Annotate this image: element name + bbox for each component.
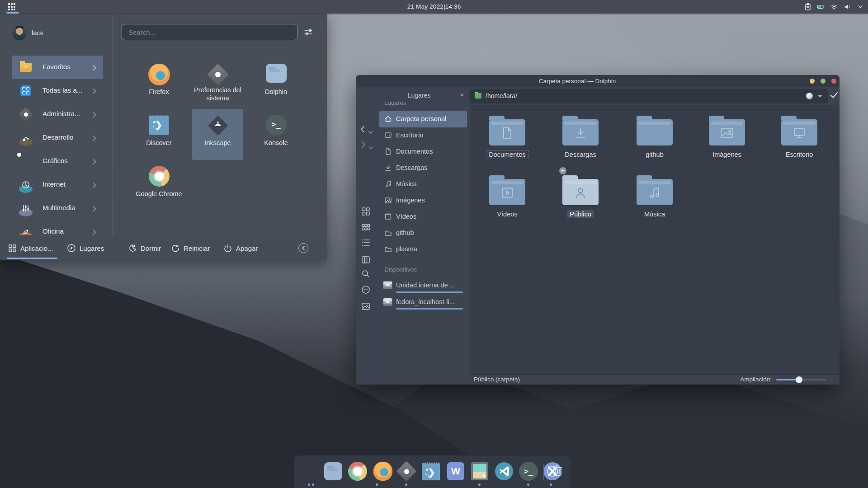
back-button[interactable] — [359, 126, 367, 135]
restart-button[interactable]: Reiniciar — [171, 235, 210, 260]
launcher-active-indicator — [6, 12, 19, 14]
place-escritorio[interactable]: Escritorio — [379, 127, 467, 144]
tab-aplicaciones[interactable]: Aplicacio... — [8, 235, 53, 260]
maximize-button[interactable] — [821, 79, 826, 84]
app-firefox[interactable]: Firefox — [133, 58, 184, 109]
sidebar-item-desarrollo[interactable]: Desarrollo — [0, 126, 112, 150]
place-documentos[interactable]: Documentos — [379, 144, 467, 160]
dock-firefox[interactable] — [373, 462, 392, 481]
app-inkscape[interactable]: Inkscape — [192, 109, 243, 160]
location-bar[interactable]: /home/lara/ — [469, 89, 828, 103]
search-icon[interactable] — [361, 269, 370, 280]
more-options-icon[interactable] — [361, 285, 370, 296]
place-imagenes[interactable]: Imágenes — [379, 192, 467, 209]
dock-divider — [543, 464, 544, 480]
app-konsole[interactable]: Konsole — [250, 109, 302, 160]
dock-konsole[interactable] — [519, 462, 538, 481]
folder-videos[interactable]: Vídeos — [473, 174, 541, 218]
shutdown-button[interactable]: Apagar — [223, 235, 258, 260]
app-discover[interactable]: Discover — [133, 109, 184, 160]
sidebar-item-multimedia[interactable]: Multimedia — [0, 197, 112, 220]
top-panel: 21 May 2022|14:36 — [0, 0, 868, 14]
dock-system-settings[interactable] — [397, 462, 416, 481]
compact-view-icon[interactable] — [361, 223, 370, 234]
device-unidad-interna[interactable]: Unidad interna de ... — [379, 277, 467, 295]
collapse-button[interactable] — [298, 243, 308, 253]
running-indicator — [478, 483, 481, 486]
folder-view[interactable]: Documentos Descargas github Imágenes Esc… — [470, 105, 840, 374]
internet-icon — [19, 178, 33, 192]
sidebar-item-todas-las-aplicaciones[interactable]: Todas las a... — [0, 79, 112, 103]
place-musica[interactable]: Música — [379, 176, 467, 192]
dock-writer-app[interactable]: W — [446, 462, 465, 481]
folder-imagenes[interactable]: Imágenes — [693, 115, 761, 158]
tab-lugares[interactable]: Lugares — [67, 235, 104, 260]
place-plasma[interactable]: plasma — [379, 241, 467, 258]
zoom-slider[interactable] — [776, 379, 827, 380]
chevron-right-icon — [92, 135, 97, 143]
panel-clock[interactable]: 21 May 2022|14:36 — [407, 0, 461, 14]
dock-trash[interactable] — [548, 462, 567, 481]
place-descargas[interactable]: Descargas — [379, 160, 467, 176]
dock-chrome[interactable] — [348, 462, 367, 481]
dock-dolphin[interactable] — [324, 462, 343, 481]
folder-musica[interactable]: Música — [621, 174, 689, 218]
accept-icon[interactable] — [830, 91, 838, 100]
folder-publico[interactable]: + Público — [547, 174, 614, 218]
chevron-down-icon[interactable] — [856, 3, 864, 11]
wifi-icon[interactable] — [830, 3, 838, 11]
document-icon — [384, 148, 392, 157]
dock-vscode[interactable] — [495, 462, 514, 481]
back-dropdown-icon[interactable] — [368, 128, 373, 136]
minimize-button[interactable] — [810, 79, 815, 84]
chevron-right-icon — [92, 65, 97, 73]
vscode-icon — [495, 462, 513, 480]
globe-icon[interactable] — [806, 93, 813, 99]
search-options-icon[interactable] — [303, 27, 314, 38]
dock-discover[interactable] — [421, 462, 440, 481]
folder-documentos[interactable]: Documentos — [473, 115, 541, 158]
battery-icon[interactable] — [817, 3, 825, 11]
gwenview-icon — [471, 462, 488, 480]
window-titlebar[interactable]: Carpeta personal — Dolphin — [356, 75, 840, 87]
development-icon — [19, 131, 33, 145]
sidebar-item-favoritos[interactable]: ☆ Favoritos — [0, 56, 112, 79]
dock-gwenview[interactable] — [470, 462, 489, 481]
close-panel-icon[interactable]: × — [458, 91, 466, 99]
details-view-icon[interactable] — [361, 238, 370, 249]
zoom-slider-knob[interactable] — [796, 376, 802, 383]
app-preferencias-del-sistema[interactable]: Preferencias del sistema — [192, 58, 243, 109]
sidebar-item-administracion[interactable]: Administra... — [0, 103, 112, 126]
close-button[interactable] — [831, 79, 836, 84]
place-videos[interactable]: Vídeos — [379, 209, 467, 225]
icons-view-icon[interactable] — [361, 207, 370, 218]
sidebar-item-internet[interactable]: Internet — [0, 173, 112, 197]
app-launcher-button[interactable] — [5, 0, 21, 14]
forward-dropdown-icon[interactable] — [368, 143, 373, 151]
folder-escritorio[interactable]: Escritorio — [765, 115, 833, 158]
harddrive-icon — [383, 281, 392, 289]
place-carpeta-personal[interactable]: Carpeta personal — [379, 111, 467, 127]
app-google-chrome[interactable]: Google Chrome — [133, 160, 184, 211]
launcher-divider — [112, 14, 113, 235]
download-icon — [384, 164, 392, 174]
search-input[interactable] — [122, 24, 297, 40]
volume-icon[interactable] — [843, 3, 851, 11]
preview-image-icon[interactable] — [361, 302, 370, 313]
place-github[interactable]: github — [379, 225, 467, 241]
user-avatar[interactable] — [12, 26, 27, 40]
forward-button[interactable] — [359, 141, 367, 150]
app-dolphin[interactable]: Dolphin — [250, 58, 302, 109]
clipboard-icon[interactable] — [804, 3, 812, 11]
sleep-button[interactable]: Dormir — [128, 235, 161, 260]
split-view-icon[interactable] — [361, 255, 370, 266]
chevron-right-icon — [92, 159, 97, 167]
firefox-icon — [373, 462, 393, 481]
folder-github[interactable]: github — [621, 115, 689, 158]
device-fedora-localhost[interactable]: fedora_localhost-li... — [379, 294, 467, 311]
folder-descargas[interactable]: Descargas — [547, 115, 614, 158]
sidebar-item-graficos[interactable]: Gráficos — [0, 150, 112, 173]
location-dropdown-icon[interactable] — [818, 95, 822, 98]
select-plus-badge[interactable]: + — [559, 167, 566, 174]
folder-icon — [489, 179, 525, 205]
